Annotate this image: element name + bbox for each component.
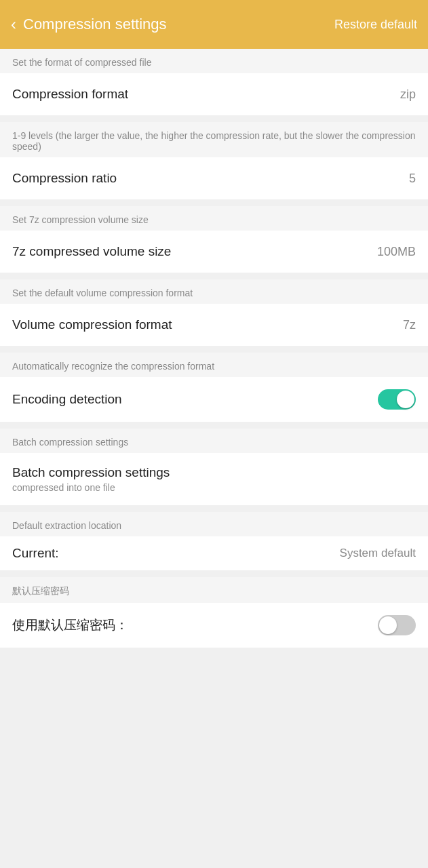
setting-row-compression-ratio[interactable]: Compression ratio5 (0, 157, 428, 199)
section-volume-format-description: Set the default volume compression forma… (0, 279, 428, 304)
toggle-switch[interactable] (378, 389, 416, 410)
setting-label: Compression ratio (12, 171, 117, 186)
section-volume: Set 7z compression volume size7z compres… (0, 206, 428, 273)
setting-row-使用默认压缩密码-[interactable]: 使用默认压缩密码： (0, 603, 428, 648)
setting-label: 使用默认压缩密码： (12, 616, 128, 634)
current-label: Current: (12, 546, 59, 561)
section-extraction-description: Default extraction location (0, 512, 428, 536)
section-ratio: 1-9 levels (the larger the value, the hi… (0, 122, 428, 199)
batch-row-sublabel: compressed into one file (12, 482, 416, 493)
section-extraction: Default extraction locationCurrent:Syste… (0, 512, 428, 570)
setting-label: 7z compressed volume size (12, 244, 171, 259)
section-encoding: Automatically recognize the compression … (0, 353, 428, 422)
toggle-switch[interactable] (378, 615, 416, 635)
setting-row-encoding-detection[interactable]: Encoding detection (0, 377, 428, 422)
current-value: System default (340, 547, 416, 560)
back-button[interactable]: ‹ (11, 15, 16, 34)
setting-row-volume-compression-format[interactable]: Volume compression format7z (0, 304, 428, 346)
setting-label: Encoding detection (12, 392, 122, 407)
setting-value: zip (400, 87, 416, 102)
section-encoding-description: Automatically recognize the compression … (0, 353, 428, 377)
settings-container: Set the format of compressed fileCompres… (0, 49, 428, 648)
setting-row-7z-compressed-volume-size[interactable]: 7z compressed volume size100MB (0, 231, 428, 273)
setting-value: 100MB (377, 245, 416, 259)
section-volume-format: Set the default volume compression forma… (0, 279, 428, 346)
toggle-thumb (397, 391, 414, 408)
page-title: Compression settings (23, 16, 167, 33)
toggle-thumb (379, 616, 397, 634)
section-volume-description: Set 7z compression volume size (0, 206, 428, 231)
section-format-description: Set the format of compressed file (0, 49, 428, 73)
setting-value: 7z (403, 318, 416, 332)
section-password: 默认压缩密码使用默认压缩密码： (0, 577, 428, 648)
section-batch-description: Batch compression settings (0, 429, 428, 453)
app-header: ‹ Compression settings Restore default (0, 0, 428, 49)
setting-label: Compression format (12, 87, 128, 102)
extraction-location-row[interactable]: Current:System default (0, 536, 428, 570)
setting-value: 5 (409, 172, 416, 186)
setting-row-compression-format[interactable]: Compression formatzip (0, 73, 428, 115)
section-batch: Batch compression settingsBatch compress… (0, 429, 428, 505)
section-ratio-description: 1-9 levels (the larger the value, the hi… (0, 122, 428, 157)
batch-compression-row[interactable]: Batch compression settingscompressed int… (0, 453, 428, 505)
batch-row-label: Batch compression settings (12, 465, 416, 480)
restore-default-button[interactable]: Restore default (334, 18, 417, 32)
setting-label: Volume compression format (12, 317, 172, 332)
section-format: Set the format of compressed fileCompres… (0, 49, 428, 115)
current-label-row: Current:System default (12, 546, 416, 561)
section-password-description: 默认压缩密码 (0, 577, 428, 603)
